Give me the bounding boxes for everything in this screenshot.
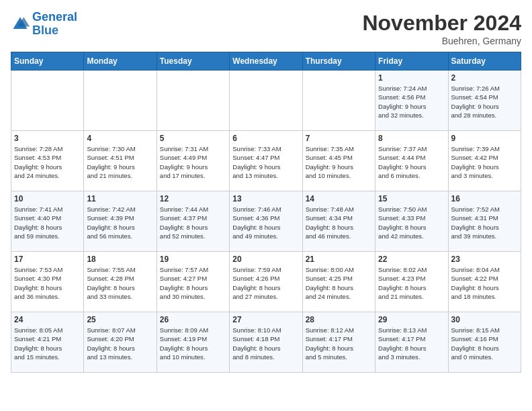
day-info: Sunrise: 7:42 AMSunset: 4:39 PMDaylight:… xyxy=(87,205,153,240)
calendar-cell: 8Sunrise: 7:37 AMSunset: 4:44 PMDaylight… xyxy=(375,131,448,191)
weekday-header: Sunday xyxy=(11,52,84,71)
day-info: Sunrise: 8:10 AMSunset: 4:18 PMDaylight:… xyxy=(232,326,299,361)
day-number: 18 xyxy=(87,255,153,264)
day-number: 23 xyxy=(451,255,518,264)
day-info: Sunrise: 7:30 AMSunset: 4:51 PMDaylight:… xyxy=(87,144,153,180)
day-info: Sunrise: 7:53 AMSunset: 4:30 PMDaylight:… xyxy=(14,265,81,301)
day-number: 27 xyxy=(232,315,299,324)
day-number: 15 xyxy=(378,194,445,203)
calendar-cell: 29Sunrise: 8:13 AMSunset: 4:17 PMDayligh… xyxy=(375,312,448,373)
day-number: 26 xyxy=(160,315,226,324)
day-info: Sunrise: 7:55 AMSunset: 4:28 PMDaylight:… xyxy=(87,265,153,301)
day-number: 28 xyxy=(306,315,372,324)
calendar-cell: 26Sunrise: 8:09 AMSunset: 4:19 PMDayligh… xyxy=(157,312,229,373)
day-number: 9 xyxy=(451,134,518,143)
weekday-header: Thursday xyxy=(302,52,375,71)
day-number: 16 xyxy=(451,194,518,203)
calendar-cell: 15Sunrise: 7:50 AMSunset: 4:33 PMDayligh… xyxy=(375,191,448,252)
calendar-week-row: 10Sunrise: 7:41 AMSunset: 4:40 PMDayligh… xyxy=(11,191,521,252)
day-number: 29 xyxy=(378,315,445,324)
day-number: 13 xyxy=(232,194,299,203)
day-info: Sunrise: 7:44 AMSunset: 4:37 PMDaylight:… xyxy=(160,205,226,240)
calendar-cell: 19Sunrise: 7:57 AMSunset: 4:27 PMDayligh… xyxy=(157,252,229,312)
day-number: 21 xyxy=(306,255,372,264)
calendar-week-row: 3Sunrise: 7:28 AMSunset: 4:53 PMDaylight… xyxy=(11,131,521,191)
calendar-week-row: 1Sunrise: 7:24 AMSunset: 4:56 PMDaylight… xyxy=(11,71,521,131)
title-block: November 2024 Buehren, Germany xyxy=(362,11,521,46)
day-info: Sunrise: 7:26 AMSunset: 4:54 PMDaylight:… xyxy=(451,84,518,120)
calendar-cell: 14Sunrise: 7:48 AMSunset: 4:34 PMDayligh… xyxy=(302,191,375,252)
logo-line2: Blue xyxy=(32,24,58,37)
calendar-header: SundayMondayTuesdayWednesdayThursdayFrid… xyxy=(11,52,521,71)
calendar-cell: 2Sunrise: 7:26 AMSunset: 4:54 PMDaylight… xyxy=(448,71,521,131)
day-info: Sunrise: 7:35 AMSunset: 4:45 PMDaylight:… xyxy=(306,144,372,180)
day-number: 7 xyxy=(306,134,372,143)
day-number: 3 xyxy=(14,134,81,143)
day-number: 24 xyxy=(14,315,81,324)
calendar-cell: 25Sunrise: 8:07 AMSunset: 4:20 PMDayligh… xyxy=(84,312,157,373)
day-number: 6 xyxy=(232,134,299,143)
day-info: Sunrise: 7:59 AMSunset: 4:26 PMDaylight:… xyxy=(232,265,299,301)
calendar-cell xyxy=(230,71,302,131)
day-number: 1 xyxy=(378,73,445,83)
calendar-cell: 9Sunrise: 7:39 AMSunset: 4:42 PMDaylight… xyxy=(448,131,521,191)
calendar-cell: 1Sunrise: 7:24 AMSunset: 4:56 PMDaylight… xyxy=(375,71,448,131)
calendar-cell xyxy=(157,71,229,131)
month-title: November 2024 xyxy=(362,11,521,36)
calendar-cell: 17Sunrise: 7:53 AMSunset: 4:30 PMDayligh… xyxy=(11,252,84,312)
day-info: Sunrise: 7:48 AMSunset: 4:34 PMDaylight:… xyxy=(306,205,372,240)
calendar-cell: 5Sunrise: 7:31 AMSunset: 4:49 PMDaylight… xyxy=(157,131,229,191)
calendar-week-row: 24Sunrise: 8:05 AMSunset: 4:21 PMDayligh… xyxy=(11,312,521,373)
day-info: Sunrise: 8:12 AMSunset: 4:17 PMDaylight:… xyxy=(306,326,372,361)
calendar-cell: 3Sunrise: 7:28 AMSunset: 4:53 PMDaylight… xyxy=(11,131,84,191)
calendar-cell: 16Sunrise: 7:52 AMSunset: 4:31 PMDayligh… xyxy=(448,191,521,252)
day-number: 2 xyxy=(451,73,518,83)
calendar-cell: 11Sunrise: 7:42 AMSunset: 4:39 PMDayligh… xyxy=(84,191,157,252)
day-info: Sunrise: 7:39 AMSunset: 4:42 PMDaylight:… xyxy=(451,144,518,180)
day-info: Sunrise: 8:02 AMSunset: 4:23 PMDaylight:… xyxy=(378,265,445,301)
day-number: 22 xyxy=(378,255,445,264)
calendar-week-row: 17Sunrise: 7:53 AMSunset: 4:30 PMDayligh… xyxy=(11,252,521,312)
calendar-cell xyxy=(84,71,157,131)
calendar-cell: 13Sunrise: 7:46 AMSunset: 4:36 PMDayligh… xyxy=(230,191,302,252)
day-number: 12 xyxy=(160,194,226,203)
location-subtitle: Buehren, Germany xyxy=(362,36,521,46)
calendar-cell: 4Sunrise: 7:30 AMSunset: 4:51 PMDaylight… xyxy=(84,131,157,191)
calendar-cell: 20Sunrise: 7:59 AMSunset: 4:26 PMDayligh… xyxy=(230,252,302,312)
day-number: 4 xyxy=(87,134,153,143)
calendar-cell: 10Sunrise: 7:41 AMSunset: 4:40 PMDayligh… xyxy=(11,191,84,252)
day-info: Sunrise: 7:46 AMSunset: 4:36 PMDaylight:… xyxy=(232,205,299,240)
day-info: Sunrise: 7:31 AMSunset: 4:49 PMDaylight:… xyxy=(160,144,226,180)
day-info: Sunrise: 8:05 AMSunset: 4:21 PMDaylight:… xyxy=(14,326,81,361)
day-info: Sunrise: 7:24 AMSunset: 4:56 PMDaylight:… xyxy=(378,84,445,120)
day-info: Sunrise: 7:57 AMSunset: 4:27 PMDaylight:… xyxy=(160,265,226,301)
calendar-cell: 7Sunrise: 7:35 AMSunset: 4:45 PMDaylight… xyxy=(302,131,375,191)
day-info: Sunrise: 7:50 AMSunset: 4:33 PMDaylight:… xyxy=(378,205,445,240)
calendar-cell xyxy=(11,71,84,131)
calendar-cell xyxy=(302,71,375,131)
day-number: 20 xyxy=(232,255,299,264)
calendar-cell: 23Sunrise: 8:04 AMSunset: 4:22 PMDayligh… xyxy=(448,252,521,312)
weekday-header: Wednesday xyxy=(230,52,302,71)
day-number: 25 xyxy=(87,315,153,324)
day-number: 14 xyxy=(306,194,372,203)
calendar-cell: 12Sunrise: 7:44 AMSunset: 4:37 PMDayligh… xyxy=(157,191,229,252)
calendar-cell: 24Sunrise: 8:05 AMSunset: 4:21 PMDayligh… xyxy=(11,312,84,373)
calendar-table: SundayMondayTuesdayWednesdayThursdayFrid… xyxy=(11,52,521,373)
calendar-cell: 21Sunrise: 8:00 AMSunset: 4:25 PMDayligh… xyxy=(302,252,375,312)
day-info: Sunrise: 8:15 AMSunset: 4:16 PMDaylight:… xyxy=(451,326,518,361)
weekday-header: Monday xyxy=(84,52,157,71)
logo-line1: General xyxy=(32,10,77,24)
day-info: Sunrise: 7:33 AMSunset: 4:47 PMDaylight:… xyxy=(232,144,299,180)
logo-text: General Blue xyxy=(32,11,77,38)
calendar-cell: 22Sunrise: 8:02 AMSunset: 4:23 PMDayligh… xyxy=(375,252,448,312)
day-number: 8 xyxy=(378,134,445,143)
calendar-cell: 28Sunrise: 8:12 AMSunset: 4:17 PMDayligh… xyxy=(302,312,375,373)
day-info: Sunrise: 8:13 AMSunset: 4:17 PMDaylight:… xyxy=(378,326,445,361)
day-info: Sunrise: 8:04 AMSunset: 4:22 PMDaylight:… xyxy=(451,265,518,301)
logo: General Blue xyxy=(11,11,77,38)
day-number: 11 xyxy=(87,194,153,203)
calendar-cell: 27Sunrise: 8:10 AMSunset: 4:18 PMDayligh… xyxy=(230,312,302,373)
logo-icon xyxy=(11,15,30,34)
day-info: Sunrise: 7:52 AMSunset: 4:31 PMDaylight:… xyxy=(451,205,518,240)
